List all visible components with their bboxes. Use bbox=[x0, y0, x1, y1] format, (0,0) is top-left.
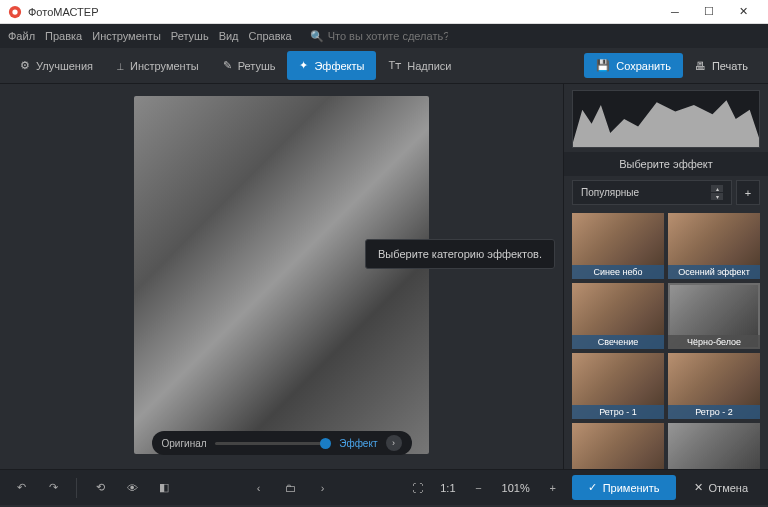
tab-effects[interactable]: ✦ Эффекты bbox=[287, 51, 376, 80]
tab-text[interactable]: Tᴛ Надписи bbox=[376, 51, 463, 80]
spinner-icon: ▴▾ bbox=[711, 185, 723, 200]
maximize-button[interactable]: ☐ bbox=[692, 1, 726, 23]
sliders-icon: ⚙ bbox=[20, 59, 30, 72]
save-label: Сохранить bbox=[616, 60, 671, 72]
effect-item-1[interactable]: Осенний эффект bbox=[668, 213, 760, 279]
tab-effects-label: Эффекты bbox=[314, 60, 364, 72]
apply-label: Применить bbox=[603, 482, 660, 494]
print-icon: 🖶 bbox=[695, 60, 706, 72]
canvas-area: Выберите категорию эффектов. Оригинал Эф… bbox=[0, 84, 563, 469]
tab-text-label: Надписи bbox=[407, 60, 451, 72]
prev-image-button[interactable]: ‹ bbox=[246, 475, 272, 501]
search-icon: 🔍 bbox=[310, 30, 324, 43]
titlebar: ФотоМАСТЕР ─ ☐ ✕ bbox=[0, 0, 768, 24]
app-icon bbox=[8, 5, 22, 19]
effect-label: Синее небо bbox=[572, 265, 664, 279]
slider-effect-label: Эффект bbox=[339, 438, 377, 449]
slider-thumb[interactable] bbox=[320, 438, 331, 449]
apply-button[interactable]: ✓ Применить bbox=[572, 475, 676, 500]
zoom-out-button[interactable]: − bbox=[466, 475, 492, 501]
tabbar: ⚙ Улучшения ⟂ Инструменты ✎ Ретушь ✦ Эфф… bbox=[0, 48, 768, 84]
effects-grid: Синее небоОсенний эффектСвечениеЧёрно-бе… bbox=[564, 209, 768, 469]
fit-screen-button[interactable]: ⛶ bbox=[404, 475, 430, 501]
wand-icon: ✦ bbox=[299, 59, 308, 72]
tab-tools[interactable]: ⟂ Инструменты bbox=[105, 52, 211, 80]
category-label: Популярные bbox=[581, 187, 639, 198]
add-category-button[interactable]: + bbox=[736, 180, 760, 205]
preview-toggle-button[interactable]: 👁 bbox=[119, 475, 145, 501]
menu-view[interactable]: Вид bbox=[219, 30, 239, 42]
slider-original-label: Оригинал bbox=[162, 438, 207, 449]
compare-slider[interactable]: Оригинал Эффект › bbox=[152, 431, 412, 455]
minimize-button[interactable]: ─ bbox=[658, 1, 692, 23]
zoom-value: 101% bbox=[498, 482, 534, 494]
effect-label: Свечение bbox=[572, 335, 664, 349]
effect-item-2[interactable]: Свечение bbox=[572, 283, 664, 349]
redo-button[interactable]: ↷ bbox=[40, 475, 66, 501]
preview-image bbox=[134, 96, 429, 454]
cancel-button[interactable]: ✕ Отмена bbox=[682, 475, 760, 500]
effect-item-3[interactable]: Чёрно-белое bbox=[668, 283, 760, 349]
tab-retouch-label: Ретушь bbox=[238, 60, 276, 72]
effect-label: Ретро - 1 bbox=[572, 405, 664, 419]
sidebar: Выберите эффект Популярные ▴▾ + Синее не… bbox=[563, 84, 768, 469]
fit-11-button[interactable]: 1:1 bbox=[436, 482, 459, 494]
tab-enhance[interactable]: ⚙ Улучшения bbox=[8, 51, 105, 80]
compare-button[interactable]: ◧ bbox=[151, 475, 177, 501]
search-input[interactable] bbox=[328, 30, 448, 42]
close-button[interactable]: ✕ bbox=[726, 1, 760, 23]
text-icon: Tᴛ bbox=[388, 59, 401, 72]
undo-button[interactable]: ↶ bbox=[8, 475, 34, 501]
effect-label: Чёрно-белое bbox=[668, 335, 760, 349]
bottombar: ↶ ↷ ⟲ 👁 ◧ ‹ 🗀 › ⛶ 1:1 − 101% + ✓ Примени… bbox=[0, 469, 768, 505]
crop-icon: ⟂ bbox=[117, 60, 124, 72]
brush-icon: ✎ bbox=[223, 59, 232, 72]
category-select[interactable]: Популярные ▴▾ bbox=[572, 180, 732, 205]
menu-edit[interactable]: Правка bbox=[45, 30, 82, 42]
menu-help[interactable]: Справка bbox=[249, 30, 292, 42]
next-image-button[interactable]: › bbox=[310, 475, 336, 501]
effect-item-6[interactable] bbox=[572, 423, 664, 469]
save-button[interactable]: 💾 Сохранить bbox=[584, 53, 683, 78]
tooltip: Выберите категорию эффектов. bbox=[365, 239, 555, 269]
menubar: Файл Правка Инструменты Ретушь Вид Справ… bbox=[0, 24, 768, 48]
menu-file[interactable]: Файл bbox=[8, 30, 35, 42]
slider-track[interactable] bbox=[215, 442, 332, 445]
menu-tools[interactable]: Инструменты bbox=[92, 30, 161, 42]
effect-item-5[interactable]: Ретро - 2 bbox=[668, 353, 760, 419]
folder-button[interactable]: 🗀 bbox=[278, 475, 304, 501]
effect-item-0[interactable]: Синее небо bbox=[572, 213, 664, 279]
tab-tools-label: Инструменты bbox=[130, 60, 199, 72]
main-area: Выберите категорию эффектов. Оригинал Эф… bbox=[0, 84, 768, 469]
panel-title: Выберите эффект bbox=[564, 152, 768, 176]
app-title: ФотоМАСТЕР bbox=[28, 6, 658, 18]
zoom-in-button[interactable]: + bbox=[540, 475, 566, 501]
effect-item-7[interactable] bbox=[668, 423, 760, 469]
slider-next-button[interactable]: › bbox=[386, 435, 402, 451]
check-icon: ✓ bbox=[588, 481, 597, 494]
effect-item-4[interactable]: Ретро - 1 bbox=[572, 353, 664, 419]
histogram bbox=[572, 90, 760, 148]
history-button[interactable]: ⟲ bbox=[87, 475, 113, 501]
effect-label: Ретро - 2 bbox=[668, 405, 760, 419]
save-icon: 💾 bbox=[596, 59, 610, 72]
print-label: Печать bbox=[712, 60, 748, 72]
cancel-label: Отмена bbox=[709, 482, 748, 494]
close-icon: ✕ bbox=[694, 481, 703, 494]
effect-label: Осенний эффект bbox=[668, 265, 760, 279]
print-button[interactable]: 🖶 Печать bbox=[683, 54, 760, 78]
menu-retouch[interactable]: Ретушь bbox=[171, 30, 209, 42]
tab-enhance-label: Улучшения bbox=[36, 60, 93, 72]
tab-retouch[interactable]: ✎ Ретушь bbox=[211, 51, 288, 80]
svg-point-1 bbox=[12, 9, 17, 14]
